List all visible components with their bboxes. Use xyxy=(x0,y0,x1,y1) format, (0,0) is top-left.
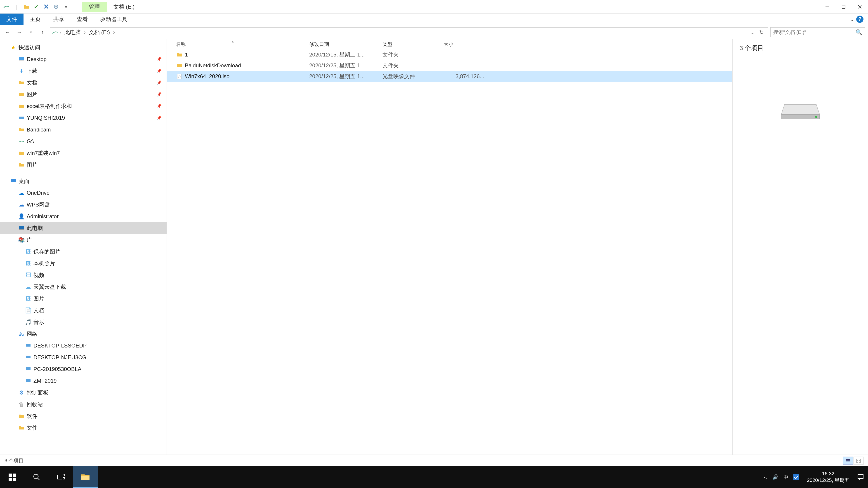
gear-icon[interactable] xyxy=(52,3,60,11)
column-header-name[interactable]: 名称 ▲ xyxy=(176,41,309,48)
nav-library-item[interactable]: 🎵音乐 xyxy=(0,316,166,328)
nav-library-item[interactable]: ☁天翼云盘下载 xyxy=(0,281,166,293)
nav-folder-files[interactable]: 文件 xyxy=(0,422,166,434)
tray-clock[interactable]: 16:32 2020/12/25, 星期五 xyxy=(804,470,852,484)
nav-quick-item[interactable]: 文档📌 xyxy=(0,77,166,89)
cloud-icon: ☁ xyxy=(25,284,32,290)
tray-app-icon[interactable] xyxy=(794,474,799,480)
column-header-size[interactable]: 大小 xyxy=(443,41,484,48)
nav-quick-item[interactable]: 图片 xyxy=(0,159,166,171)
drive-icon xyxy=(18,116,25,120)
ribbon-expand-icon[interactable]: ⌄ xyxy=(850,16,855,22)
ribbon-tab-view[interactable]: 查看 xyxy=(70,13,94,25)
nav-control-panel[interactable]: ⚙控制面板 xyxy=(0,387,166,398)
nav-quick-item[interactable]: Desktop📌 xyxy=(0,53,166,65)
nav-desktop[interactable]: 桌面 xyxy=(0,175,166,187)
nav-library-item[interactable]: 🎞视频 xyxy=(0,269,166,281)
nav-library-item[interactable]: 🖼保存的图片 xyxy=(0,246,166,258)
start-button[interactable] xyxy=(0,466,24,488)
system-tray: ︿ 🔊 中 16:32 2020/12/25, 星期五 xyxy=(758,470,868,484)
nav-network-pc[interactable]: DESKTOP-NJEU3CG xyxy=(0,352,166,363)
nav-library-item[interactable]: 📄文档 xyxy=(0,304,166,316)
qat-dropdown-icon[interactable]: ▾ xyxy=(62,3,70,11)
cloud-icon: ☁ xyxy=(18,201,25,208)
back-button[interactable]: ← xyxy=(3,28,12,37)
close-button[interactable] xyxy=(852,1,868,12)
chevron-right-icon[interactable]: › xyxy=(113,29,115,35)
nav-libraries[interactable]: 📚库 xyxy=(0,234,166,246)
svg-line-33 xyxy=(38,478,39,480)
recent-dropdown[interactable]: ▾ xyxy=(26,28,36,37)
nav-quick-item[interactable]: ⬇下载📌 xyxy=(0,65,166,77)
ribbon-tab-file[interactable]: 文件 xyxy=(0,13,24,25)
star-icon: ★ xyxy=(10,44,17,51)
nav-library-item[interactable]: 🖼本机照片 xyxy=(0,258,166,269)
nav-wps[interactable]: ☁WPS网盘 xyxy=(0,199,166,210)
nav-quick-access[interactable]: ★ 快速访问 xyxy=(0,41,166,53)
nav-network-pc[interactable]: DESKTOP-LSSOEDP xyxy=(0,340,166,352)
details-view-button[interactable] xyxy=(843,457,853,465)
search-box[interactable]: 🔍 xyxy=(770,27,865,37)
navigation-pane[interactable]: ★ 快速访问 Desktop📌 ⬇下载📌 文档📌 图片📌 excel表格制作求和… xyxy=(0,39,167,455)
nav-quick-item[interactable]: excel表格制作求和📌 xyxy=(0,100,166,112)
folder-icon xyxy=(176,63,183,68)
nav-folder-software[interactable]: 软件 xyxy=(0,410,166,422)
action-center-icon[interactable] xyxy=(857,474,864,481)
nav-quick-item[interactable]: win7重装win7 xyxy=(0,147,166,159)
nav-recycle-bin[interactable]: 🗑回收站 xyxy=(0,398,166,410)
tray-overflow-icon[interactable]: ︿ xyxy=(763,474,767,481)
folder-icon[interactable] xyxy=(22,3,30,11)
nav-quick-item[interactable]: 图片📌 xyxy=(0,89,166,100)
pc-icon xyxy=(25,344,32,348)
nav-network-pc[interactable]: ZMT2019 xyxy=(0,375,166,387)
nav-network[interactable]: 🖧网络 xyxy=(0,328,166,340)
icons-view-button[interactable] xyxy=(854,457,864,465)
breadcrumb-root-icon[interactable] xyxy=(52,30,58,35)
help-icon[interactable]: ? xyxy=(856,15,864,23)
maximize-button[interactable] xyxy=(835,1,852,12)
chevron-right-icon[interactable]: › xyxy=(84,29,86,35)
nav-user[interactable]: 👤Administrator xyxy=(0,210,166,222)
minimize-button[interactable] xyxy=(819,1,835,12)
refresh-icon[interactable]: ↻ xyxy=(757,29,766,35)
search-button[interactable] xyxy=(24,466,49,488)
file-row[interactable]: 1 2020/12/15, 星期二 1... 文件夹 xyxy=(167,49,733,60)
nav-this-pc[interactable]: 此电脑 xyxy=(0,222,166,234)
volume-icon[interactable]: 🔊 xyxy=(772,474,778,480)
file-row[interactable]: Win7x64_2020.iso 2020/12/25, 星期五 1... 光盘… xyxy=(167,71,733,82)
search-icon[interactable]: 🔍 xyxy=(856,29,862,35)
ribbon-tab-drivetools[interactable]: 驱动器工具 xyxy=(94,13,134,25)
nav-quick-item[interactable]: G:\ xyxy=(0,135,166,147)
up-button[interactable]: ↑ xyxy=(38,28,48,37)
forward-button[interactable]: → xyxy=(14,28,24,37)
close-x-icon[interactable]: ✕ xyxy=(42,3,50,11)
chevron-right-icon[interactable]: › xyxy=(59,29,61,35)
nav-quick-item[interactable]: Bandicam xyxy=(0,124,166,135)
nav-network-pc[interactable]: PC-20190530OBLA xyxy=(0,363,166,375)
file-row[interactable]: BaiduNetdiskDownload 2020/12/25, 星期五 1..… xyxy=(167,60,733,71)
checkmark-icon[interactable]: ✔ xyxy=(32,3,40,11)
breadcrumb-segment[interactable]: 此电脑 xyxy=(63,28,83,37)
search-input[interactable] xyxy=(773,29,854,35)
title-bar: | ✔ ✕ ▾ | 管理 文档 (E:) xyxy=(0,0,868,13)
breadcrumb[interactable]: › 此电脑 › 文档 (E:) › ⌄ ↻ xyxy=(50,27,768,37)
download-icon: ⬇ xyxy=(18,68,25,74)
nav-onedrive[interactable]: ☁OneDrive xyxy=(0,187,166,199)
breadcrumb-segment[interactable]: 文档 (E:) xyxy=(87,28,112,37)
view-toggle xyxy=(843,457,864,465)
explorer-taskbar-button[interactable] xyxy=(73,466,98,488)
file-name: Win7x64_2020.iso xyxy=(185,73,309,79)
task-view-button[interactable] xyxy=(49,466,73,488)
nav-library-item[interactable]: 🖼图片 xyxy=(0,293,166,304)
ribbon-context-tab[interactable]: 管理 xyxy=(82,2,107,12)
column-header-date[interactable]: 修改日期 xyxy=(309,41,382,48)
folder-icon xyxy=(18,128,25,132)
ribbon-tab-share[interactable]: 共享 xyxy=(47,13,70,25)
address-dropdown-icon[interactable]: ⌄ xyxy=(749,29,756,35)
ime-indicator[interactable]: 中 xyxy=(783,474,788,481)
column-header-type[interactable]: 类型 xyxy=(382,41,443,48)
nav-quick-item[interactable]: YUNQISHI2019📌 xyxy=(0,112,166,124)
file-rows[interactable]: 1 2020/12/15, 星期二 1... 文件夹 BaiduNetdiskD… xyxy=(167,49,733,455)
ribbon-tab-home[interactable]: 主页 xyxy=(24,13,47,25)
svg-rect-6 xyxy=(19,57,24,60)
